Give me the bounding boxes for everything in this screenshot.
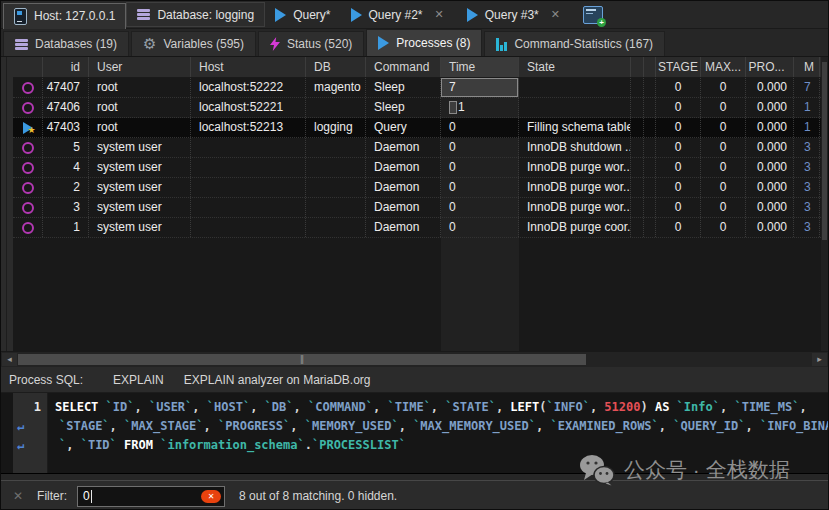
column-header-n2[interactable] [644,57,656,77]
cell-max[interactable]: 0 [701,78,746,97]
cell-command[interactable]: Query [366,118,441,137]
cell-n1[interactable] [631,178,644,197]
tab-processes[interactable]: Processes (8) [366,29,482,56]
cell-time[interactable]: 0 [441,178,519,197]
tab-database[interactable]: Database: logging [126,2,265,27]
cell-pro[interactable]: 0.000 [746,178,794,197]
cell-state[interactable]: InnoDB purge coor... [519,218,631,237]
scroll-left-arrow[interactable]: ◂ [2,353,17,366]
cell-mem[interactable]: 3 [794,138,820,157]
cell-icon[interactable] [13,78,43,97]
cell-id[interactable]: 2 [43,178,89,197]
cell-db[interactable] [306,178,366,197]
cell-n2[interactable] [644,78,656,97]
cell-stage[interactable]: 0 [656,98,701,117]
cell-max[interactable]: 0 [701,118,746,137]
cell-max[interactable]: 0 [701,198,746,217]
cell-db[interactable] [306,98,366,117]
cell-stage[interactable]: 0 [656,138,701,157]
cell-max[interactable]: 0 [701,158,746,177]
cell-icon[interactable] [13,218,43,237]
cell-state[interactable]: InnoDB purge wor... [519,178,631,197]
cell-n2[interactable] [644,218,656,237]
column-header-pro[interactable]: PRO... [746,57,794,77]
cell-mem[interactable]: 3 [794,158,820,177]
filter-input[interactable]: 0 ✕ [77,486,225,507]
cell-state[interactable] [519,78,631,97]
cell-icon[interactable] [13,158,43,177]
cell-n2[interactable] [644,178,656,197]
clear-input-button[interactable]: ✕ [201,490,221,503]
cell-command[interactable]: Sleep [366,78,441,97]
new-query-tab-button[interactable]: + [583,6,603,24]
cell-pro[interactable]: 0.000 [746,198,794,217]
cell-pro[interactable]: 0.000 [746,78,794,97]
cell-stage[interactable]: 0 [656,158,701,177]
cell-stage[interactable]: 0 [656,118,701,137]
cell-user[interactable]: root [89,98,191,117]
column-header-command[interactable]: Command [366,57,441,77]
cell-user[interactable]: system user [89,178,191,197]
cell-time[interactable]: 1 [441,98,519,117]
column-header-time[interactable]: Time [441,57,519,77]
column-header-state[interactable]: State [519,57,631,77]
column-header-stage[interactable]: STAGE [656,57,701,77]
cell-pro[interactable]: 0.000 [746,98,794,117]
explain-button[interactable]: EXPLAIN [113,373,164,387]
cell-icon[interactable] [13,178,43,197]
cell-host[interactable]: localhost:52213 [191,118,306,137]
cell-id[interactable]: 47407 [43,78,89,97]
cell-pro[interactable]: 0.000 [746,138,794,157]
tab-query-2[interactable]: Query #2* ✕ [341,3,457,26]
cell-mem[interactable]: 3 [794,178,820,197]
cell-icon[interactable] [13,98,43,117]
cell-time[interactable]: 0 [441,118,519,137]
column-header-n1[interactable] [631,57,644,77]
cell-command[interactable]: Daemon [366,198,441,217]
cell-id[interactable]: 5 [43,138,89,157]
process-row[interactable]: 3system userDaemon0InnoDB purge wor...00… [13,198,821,218]
cell-command[interactable]: Sleep [366,98,441,117]
column-header-mem[interactable]: M [794,57,820,77]
cell-command[interactable]: Daemon [366,138,441,157]
cell-icon[interactable]: ★ [13,118,43,137]
close-icon[interactable]: ✕ [432,8,447,21]
cell-db[interactable] [306,218,366,237]
cell-n2[interactable] [644,98,656,117]
cell-stage[interactable]: 0 [656,198,701,217]
process-row[interactable]: ★47403rootlocalhost:52213loggingQuery0Fi… [13,118,821,138]
tab-status[interactable]: Status (520) [258,31,364,56]
horizontal-scrollbar-thumb[interactable]: ∥ [18,354,586,365]
cell-stage[interactable]: 0 [656,178,701,197]
cell-command[interactable]: Daemon [366,158,441,177]
column-header-id[interactable]: id [43,57,89,77]
cell-n1[interactable] [631,118,644,137]
vertical-scrollbar-thumb[interactable] [822,62,827,240]
vertical-scrollbar[interactable] [821,57,828,352]
cell-db[interactable] [306,138,366,157]
process-row[interactable]: 2system userDaemon0InnoDB purge wor...00… [13,178,821,198]
cell-id[interactable]: 47403 [43,118,89,137]
column-header-host[interactable]: Host [191,57,306,77]
cell-user[interactable]: system user [89,198,191,217]
cell-user[interactable]: root [89,118,191,137]
cell-host[interactable]: localhost:52222 [191,78,306,97]
cell-time[interactable]: 0 [441,218,519,237]
cell-mem[interactable]: 3 [794,218,820,237]
cell-n2[interactable] [644,138,656,157]
cell-n1[interactable] [631,158,644,177]
process-row[interactable]: 1system userDaemon0InnoDB purge coor...0… [13,218,821,238]
cell-n2[interactable] [644,198,656,217]
tab-host[interactable]: Host: 127.0.0.1 [3,3,126,29]
cell-n1[interactable] [631,138,644,157]
column-header-icon[interactable] [13,57,43,77]
horizontal-scrollbar[interactable]: ◂ ∥ ▸ [1,351,828,367]
cell-max[interactable]: 0 [701,98,746,117]
column-header-max[interactable]: MAX... [701,57,746,77]
cell-id[interactable]: 1 [43,218,89,237]
process-row[interactable]: 47407rootlocalhost:52222magentoSleep7000… [13,78,821,98]
cell-n1[interactable] [631,198,644,217]
cell-n1[interactable] [631,78,644,97]
cell-db[interactable] [306,158,366,177]
cell-db[interactable]: magento [306,78,366,97]
